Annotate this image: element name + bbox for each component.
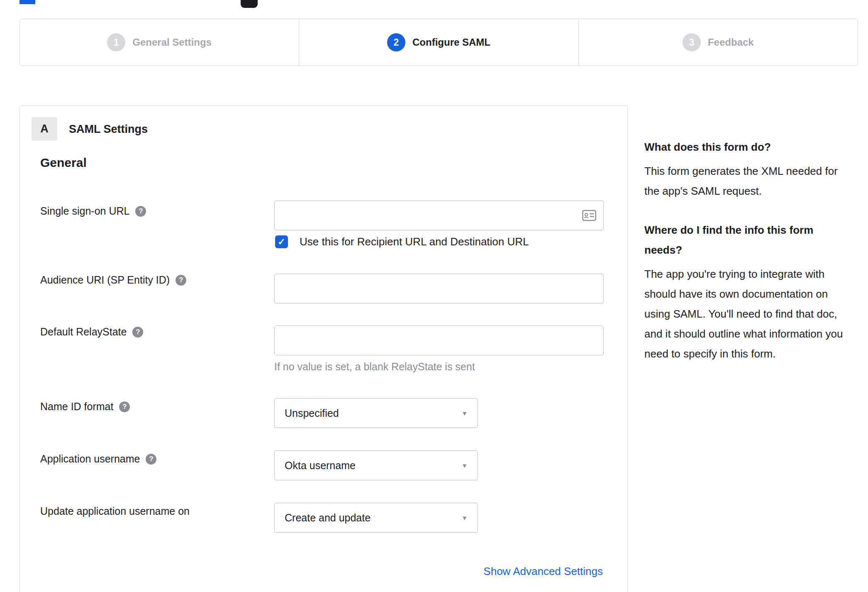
- help-body-what: This form generates the XML needed for t…: [644, 161, 854, 201]
- saml-settings-panel: A SAML Settings General Single sign-on U…: [20, 105, 628, 592]
- select-value: Unspecified: [285, 407, 339, 419]
- step-number-badge: 1: [107, 33, 125, 51]
- step-number-badge: 3: [683, 33, 701, 51]
- select-value: Create and update: [285, 512, 371, 524]
- select-value: Okta username: [285, 460, 356, 472]
- help-icon[interactable]: ?: [135, 206, 146, 217]
- step-label: General Settings: [132, 37, 212, 48]
- sso-url-label: Single sign-on URL ?: [40, 205, 146, 217]
- checkbox-label: Use this for Recipient URL and Destinati…: [300, 235, 529, 248]
- app-username-label: Application username ?: [40, 453, 156, 465]
- cutoff-title-fragment-dark: [241, 0, 258, 8]
- help-body-where: The app you're trying to integrate with …: [644, 264, 854, 364]
- relay-state-input[interactable]: [274, 325, 604, 355]
- name-id-format-select[interactable]: Unspecified ▼: [274, 398, 478, 428]
- help-icon[interactable]: ?: [146, 454, 156, 465]
- general-group-title: General: [40, 156, 87, 170]
- chevron-down-icon: ▼: [461, 410, 468, 416]
- help-icon[interactable]: ?: [132, 327, 143, 338]
- step-label: Configure SAML: [412, 37, 490, 48]
- relay-state-label: Default RelayState ?: [40, 326, 143, 338]
- name-id-format-label: Name ID format ?: [40, 401, 130, 413]
- audience-uri-input[interactable]: [274, 274, 604, 303]
- app-username-select[interactable]: Okta username ▼: [274, 450, 478, 480]
- sso-url-input[interactable]: [274, 201, 604, 230]
- cutoff-title-fragment-blue: [20, 0, 35, 4]
- step-feedback[interactable]: 3 Feedback: [578, 19, 858, 66]
- audience-uri-label: Audience URI (SP Entity ID) ?: [40, 274, 186, 286]
- help-heading-where: Where do I find the info this form needs…: [644, 220, 854, 260]
- update-app-username-label: Update application username on: [40, 505, 190, 517]
- chevron-down-icon: ▼: [461, 462, 468, 469]
- okta-saml-wizard-page: { "accent_color": "#1662dd", "stepper": …: [0, 0, 868, 592]
- step-label: Feedback: [708, 37, 754, 48]
- help-icon[interactable]: ?: [119, 401, 130, 412]
- contact-card-icon: [582, 210, 596, 221]
- chevron-down-icon: ▼: [461, 515, 468, 521]
- wizard-stepper: 1 General Settings 2 Configure SAML 3 Fe…: [20, 19, 858, 66]
- update-app-username-select[interactable]: Create and update ▼: [274, 503, 478, 533]
- checkbox-checked[interactable]: ✓: [275, 235, 288, 248]
- section-title: SAML Settings: [69, 123, 148, 136]
- step-number-badge: 2: [387, 33, 405, 51]
- show-advanced-settings-link[interactable]: Show Advanced Settings: [483, 565, 603, 578]
- relay-state-helper-text: If no value is set, a blank RelayState i…: [274, 361, 475, 373]
- recipient-url-checkbox-row[interactable]: ✓ Use this for Recipient URL and Destina…: [275, 235, 529, 248]
- help-icon[interactable]: ?: [176, 275, 186, 286]
- help-heading-what: What does this form do?: [644, 137, 854, 157]
- step-general-settings[interactable]: 1 General Settings: [20, 19, 299, 66]
- step-configure-saml[interactable]: 2 Configure SAML: [299, 19, 578, 66]
- section-a-badge: A: [32, 117, 57, 141]
- help-sidebar: What does this form do? This form genera…: [644, 137, 854, 383]
